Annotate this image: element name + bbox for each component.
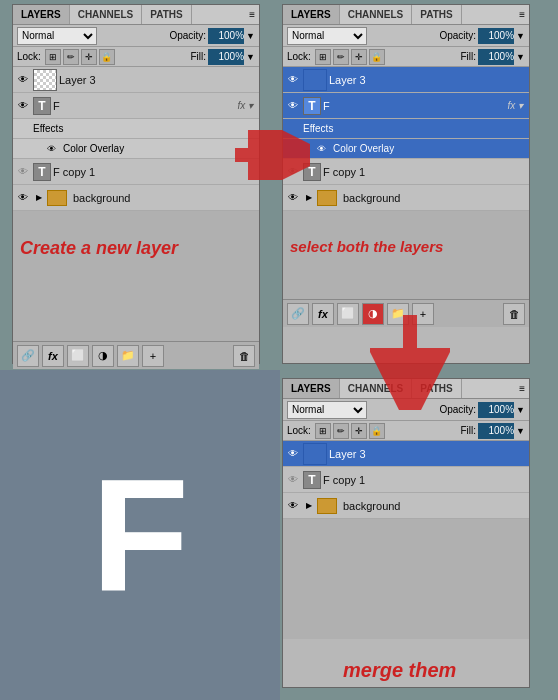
color-overlay-row-tl: 👁 Color Overlay (13, 139, 259, 159)
opacity-control-tl: Opacity: ▼ (169, 28, 255, 44)
new-btn-tl[interactable]: + (142, 345, 164, 367)
layer-row-f-tr[interactable]: 👁 T F fx ▾ (283, 93, 529, 119)
opacity-input-tr[interactable] (478, 28, 514, 44)
mask-btn-tr[interactable]: ⬜ (337, 303, 359, 325)
eye-f-tl[interactable]: 👁 (15, 98, 31, 114)
eye-layer3-br[interactable]: 👁 (285, 446, 301, 462)
tab-channels-tl[interactable]: CHANNELS (70, 5, 143, 24)
lock-pos-btn-br[interactable]: ⊞ (315, 423, 331, 439)
eye-f-tr[interactable]: 👁 (285, 98, 301, 114)
layer3-name-tl: Layer 3 (59, 74, 257, 86)
collapse-bg-tl[interactable]: ▶ (33, 192, 45, 204)
bottom-right-panel-header: LAYERS CHANNELS PATHS ≡ (283, 379, 529, 399)
thumb-layer3-tl (33, 69, 57, 91)
lock-pix-btn-br[interactable]: ✏ (333, 423, 349, 439)
eye-fcopy1-tl[interactable]: 👁 (15, 164, 31, 180)
panel-menu-tr[interactable]: ≡ (515, 7, 529, 22)
lock-pos-btn-tr[interactable]: ⊞ (315, 49, 331, 65)
blend-mode-select-tl[interactable]: Normal (17, 27, 97, 45)
opacity-label-tr: Opacity: (439, 30, 476, 41)
lock-all-btn[interactable]: 🔒 (99, 49, 115, 65)
tab-paths-tr[interactable]: PATHS (412, 5, 461, 24)
layer-row-fcopy1-tl[interactable]: 👁 T F copy 1 (13, 159, 259, 185)
new-btn-tr[interactable]: + (412, 303, 434, 325)
tab-paths-tl[interactable]: PATHS (142, 5, 191, 24)
eye-fcopy1-tr[interactable]: 👁 (285, 164, 301, 180)
eye-fcopy1-br[interactable]: 👁 (285, 472, 301, 488)
blend-mode-select-tr[interactable]: Normal (287, 27, 367, 45)
mask-btn-tl[interactable]: ⬜ (67, 345, 89, 367)
panel-menu-tl[interactable]: ≡ (245, 7, 259, 22)
trash-btn-tr[interactable]: 🗑 (503, 303, 525, 325)
tab-layers-tl[interactable]: LAYERS (13, 5, 70, 24)
adj-btn-tl[interactable]: ◑ (92, 345, 114, 367)
opacity-input-tl[interactable] (208, 28, 244, 44)
eye-bg-tr[interactable]: 👁 (285, 190, 301, 206)
fill-stepper-tl[interactable]: ▼ (246, 52, 255, 62)
tab-paths-br[interactable]: PATHS (412, 379, 461, 398)
eye-layer3-tr[interactable]: 👁 (285, 72, 301, 88)
fill-label-br: Fill: (461, 425, 477, 436)
fill-input-br[interactable] (478, 423, 514, 439)
instruction-create: Create a new layer (20, 238, 178, 259)
blend-mode-select-br[interactable]: Normal (287, 401, 367, 419)
fx-btn-tl[interactable]: fx (42, 345, 64, 367)
layer-row-bg-tr[interactable]: 👁 ▶ background (283, 185, 529, 211)
layer-row-layer3-br[interactable]: 👁 Layer 3 (283, 441, 529, 467)
layer-row-fcopy1-tr[interactable]: 👁 T F copy 1 (283, 159, 529, 185)
lock-all-btn-tr[interactable]: 🔒 (369, 49, 385, 65)
layer-row-bg-br[interactable]: 👁 ▶ background (283, 493, 529, 519)
fx-badge-f-tr: fx ▾ (507, 100, 527, 111)
eye-overlay-tr[interactable]: 👁 (313, 141, 329, 157)
layer-row-layer3-tl[interactable]: 👁 Layer 3 (13, 67, 259, 93)
spacer-tl (13, 211, 259, 341)
fill-input-tl[interactable] (208, 49, 244, 65)
lock-all-btn-br[interactable]: 🔒 (369, 423, 385, 439)
lock-mov-btn-br[interactable]: ✛ (351, 423, 367, 439)
layer-row-layer3-tr[interactable]: 👁 Layer 3 (283, 67, 529, 93)
link-btn-tl[interactable]: 🔗 (17, 345, 39, 367)
trash-btn-tl[interactable]: 🗑 (233, 345, 255, 367)
opacity-stepper-tl[interactable]: ▼ (246, 31, 255, 41)
eye-layer3-tl[interactable]: 👁 (15, 72, 31, 88)
tab-layers-tr[interactable]: LAYERS (283, 5, 340, 24)
fill-stepper-tr[interactable]: ▼ (516, 52, 525, 62)
collapse-bg-br[interactable]: ▶ (303, 500, 315, 512)
fill-stepper-br[interactable]: ▼ (516, 426, 525, 436)
opacity-control-br: Opacity: ▼ (439, 402, 525, 418)
lock-fill-row-tr: Lock: ⊞ ✏ ✛ 🔒 Fill: ▼ (283, 47, 529, 67)
color-overlay-label-tl: Color Overlay (63, 143, 124, 154)
opacity-input-br[interactable] (478, 402, 514, 418)
layer-row-bg-tl[interactable]: 👁 ▶ background (13, 185, 259, 211)
lock-mov-btn-tr[interactable]: ✛ (351, 49, 367, 65)
effects-label-tr: Effects (303, 123, 333, 134)
fcopy1-name-tr: F copy 1 (323, 166, 527, 178)
blend-opacity-row-tr: Normal Opacity: ▼ (283, 25, 529, 47)
f-panel: F (0, 370, 280, 700)
opacity-stepper-br[interactable]: ▼ (516, 405, 525, 415)
eye-bg-tl[interactable]: 👁 (15, 190, 31, 206)
layer-row-fcopy1-br[interactable]: 👁 T F copy 1 (283, 467, 529, 493)
link-btn-tr[interactable]: 🔗 (287, 303, 309, 325)
collapse-bg-tr[interactable]: ▶ (303, 192, 315, 204)
lock-pixels-btn[interactable]: ✏ (63, 49, 79, 65)
lock-move-btn[interactable]: ✛ (81, 49, 97, 65)
tab-layers-br[interactable]: LAYERS (283, 379, 340, 398)
fx-badge-f-tl: fx ▾ (237, 100, 257, 111)
fx-btn-tr[interactable]: fx (312, 303, 334, 325)
opacity-stepper-tr[interactable]: ▼ (516, 31, 525, 41)
lock-position-btn[interactable]: ⊞ (45, 49, 61, 65)
tab-channels-tr[interactable]: CHANNELS (340, 5, 413, 24)
text-icon-f-tl: T (33, 97, 51, 115)
panel-menu-br[interactable]: ≡ (515, 381, 529, 396)
group-btn-tl[interactable]: 📁 (117, 345, 139, 367)
group-btn-tr[interactable]: 📁 (387, 303, 409, 325)
spacer-tr (283, 211, 529, 299)
layer-row-f-tl[interactable]: 👁 T F fx ▾ (13, 93, 259, 119)
lock-pix-btn-tr[interactable]: ✏ (333, 49, 349, 65)
tab-channels-br[interactable]: CHANNELS (340, 379, 413, 398)
adj-btn-tr[interactable]: ◑ (362, 303, 384, 325)
fill-input-tr[interactable] (478, 49, 514, 65)
eye-overlay-tl[interactable]: 👁 (43, 141, 59, 157)
eye-bg-br[interactable]: 👁 (285, 498, 301, 514)
